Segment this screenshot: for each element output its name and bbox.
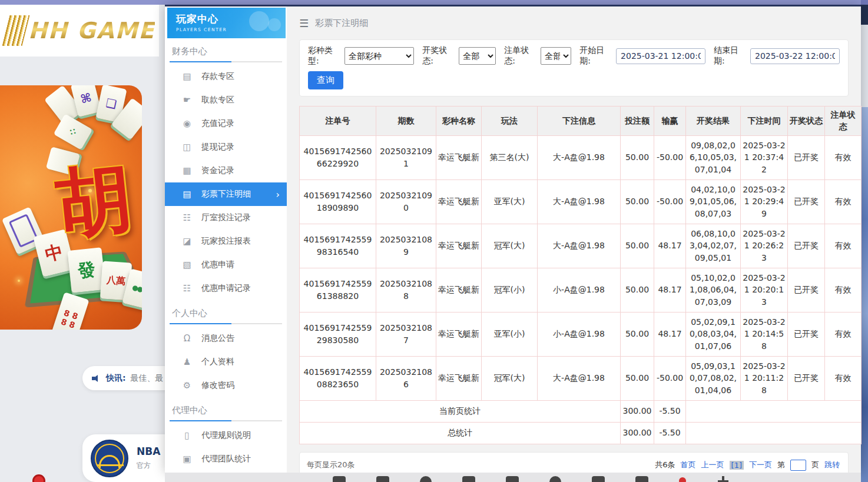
column-header: 注单状态 (825, 107, 862, 136)
dock-icon[interactable] (376, 476, 389, 482)
sidebar-item-report-chart[interactable]: ◪玩家投注报表 (165, 230, 287, 253)
hu-character: 胡 (51, 148, 137, 257)
lottery-type-select[interactable]: 全部彩种 (344, 47, 414, 65)
column-header: 下注时间 (741, 107, 788, 136)
withdraw-hand-icon: ☛ (182, 95, 192, 105)
table-cell: 已开奖 (788, 312, 825, 356)
sidebar-item-gear[interactable]: ⚙修改密码 (165, 374, 287, 397)
column-header: 期数 (376, 107, 436, 136)
page-title: 彩票下注明细 (315, 18, 368, 29)
sidebar-item-label: 资金记录 (201, 165, 234, 176)
sidebar-item-label: 充值记录 (201, 118, 234, 129)
gear-icon: ⚙ (182, 380, 192, 391)
sidebar-section-title: 财务中心 (165, 38, 287, 61)
first-page-link[interactable]: 首页 (681, 460, 696, 470)
sidebar-item-user[interactable]: ♟个人资料 (165, 350, 287, 374)
jump-page-input[interactable] (790, 460, 806, 471)
sidebar-item-hall-record[interactable]: ☷厅室投注记录 (165, 206, 287, 230)
table-cell: 04,02,10,09,01,05,06,08,07,03 (686, 179, 741, 224)
dock-icon[interactable] (333, 476, 346, 482)
table-cell: 50.00 (621, 135, 654, 179)
start-date-label: 开始日期: (579, 45, 612, 67)
table-cell: 冠军(小) (482, 268, 538, 312)
table-cell: 大-A盘@1.98 (538, 224, 621, 268)
table-cell: 有效 (825, 312, 862, 356)
sidebar-item-label: 玩家投注报表 (201, 236, 251, 247)
table-cell: 小-A盘@1.98 (538, 268, 621, 312)
sidebar-item-withdraw-hand[interactable]: ☛取款专区 (165, 88, 287, 112)
table-cell: 幸运飞艇新 (436, 268, 482, 312)
hall-record-icon: ☷ (182, 212, 192, 223)
current-page-badge[interactable]: [1] (730, 461, 744, 470)
dock-icon[interactable] (506, 476, 519, 482)
table-cell: 2025-03-21 20:11:28 (741, 356, 788, 400)
next-page-link[interactable]: 下一页 (749, 460, 772, 470)
sparkle-decoration (18, 280, 20, 282)
summary-empty (686, 422, 862, 444)
start-date-input[interactable] (616, 48, 705, 64)
jump-action-link[interactable]: 跳转 (824, 460, 840, 470)
sidebar-item-team-stats[interactable]: ▣代理团队统计 (165, 447, 287, 471)
sidebar-header: 玩家中心 PLAYERS CENTER (167, 8, 286, 38)
table-cell: 幸运飞艇新 (436, 356, 482, 400)
table-cell: 大-A盘@1.98 (538, 356, 621, 400)
section-underline (170, 61, 282, 62)
sidebar-item-bet-detail[interactable]: ▤彩票下注明细› (165, 182, 287, 206)
table-cell: 09,08,02,06,10,05,03,07,01,04 (686, 135, 741, 179)
sidebar-item-promo-record[interactable]: ☷优惠申请记录 (165, 277, 287, 300)
sidebar-item-document[interactable]: ▯代理规则说明 (165, 424, 287, 447)
table-cell: 20250321090 (376, 179, 436, 224)
table-row: 40156917425599831654020250321089幸运飞艇新冠军(… (300, 224, 862, 268)
sidebar-item-wallet[interactable]: ◫提现记录 (165, 135, 287, 159)
jump-suffix-label: 页 (811, 460, 819, 470)
dock-icon[interactable] (462, 476, 475, 482)
sidebar-item-bell[interactable]: Ω消息公告 (165, 327, 287, 350)
end-date-input[interactable] (750, 48, 840, 64)
filter-panel: 彩种类型: 全部彩种 开奖状态: 全部 注单状态: 全部 开始日期: 结束日期:… (299, 39, 849, 97)
summary-empty (686, 400, 862, 422)
hamburger-menu-icon[interactable]: ☰ (299, 17, 309, 29)
sidebar-item-funds[interactable]: ▦资金记录 (165, 159, 287, 182)
dock-icon[interactable] (635, 476, 648, 482)
table-cell: 401569174255961388820 (300, 268, 376, 312)
per-page-label: 每页显示20条 (307, 460, 355, 470)
browser-top-strip (0, 0, 868, 5)
table-cell: 幸运飞艇新 (436, 312, 482, 356)
sidebar-section-title: 个人中心 (165, 300, 287, 323)
table-cell: 冠军(大) (482, 356, 538, 400)
sidebar-item-money-bag[interactable]: ◉充值记录 (165, 112, 287, 135)
red-badge-dot[interactable] (679, 477, 686, 482)
table-cell: 20250321091 (376, 135, 436, 179)
column-header: 下注信息 (538, 107, 621, 136)
dock-icon[interactable] (549, 476, 561, 482)
table-cell: 48.17 (654, 312, 686, 356)
table-cell: 已开奖 (788, 179, 825, 224)
dock-icon[interactable] (420, 476, 432, 482)
order-status-select[interactable]: 全部 (541, 47, 571, 65)
column-header: 开奖状态 (788, 107, 825, 136)
prev-page-link[interactable]: 上一页 (701, 460, 724, 470)
funds-icon: ▦ (182, 165, 192, 176)
table-cell: 48.17 (654, 224, 686, 268)
summary-label: 当前页统计 (300, 400, 621, 422)
table-cell: 2025-03-21 20:14:58 (741, 312, 788, 356)
table-cell: 2025-03-21 20:20:13 (741, 268, 788, 312)
summary-winloss-total: -5.50 (654, 422, 686, 444)
add-icon[interactable] (717, 476, 730, 482)
table-cell: 50.00 (621, 356, 654, 400)
dock-icon[interactable] (592, 476, 605, 482)
sidebar-item-promo-gift[interactable]: ▧优惠申请 (165, 253, 287, 277)
draw-status-select[interactable]: 全部 (459, 47, 496, 65)
table-row: 40156917425606622992020250321091幸运飞艇新第三名… (300, 135, 862, 179)
sidebar-item-bank-card[interactable]: ▤存款专区 (165, 65, 287, 88)
promo-gift-icon: ▧ (182, 260, 192, 270)
summary-row: 总统计300.00-5.50 (300, 422, 862, 444)
table-cell: 有效 (825, 224, 862, 268)
summary-bet-total: 300.00 (621, 400, 654, 422)
section-underline (170, 323, 282, 324)
search-button[interactable]: 查询 (308, 71, 343, 89)
column-header: 彩种名称 (436, 107, 482, 136)
column-header: 投注额 (621, 107, 654, 136)
table-cell: 401569174255998316540 (300, 224, 376, 268)
bet-detail-icon: ▤ (182, 189, 192, 200)
